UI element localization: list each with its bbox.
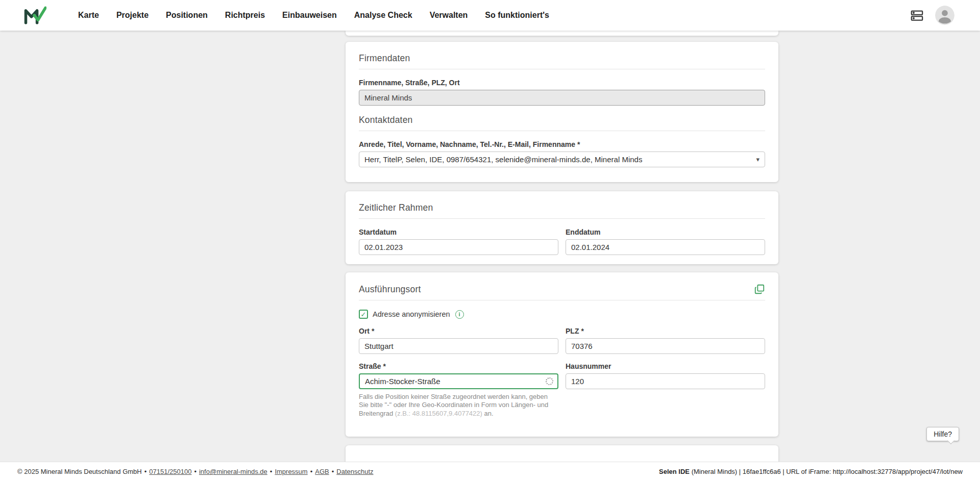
hausnummer-input[interactable] <box>566 373 765 389</box>
field-strasse: Straße* Falls die Position keiner Straße… <box>359 362 558 418</box>
ide-name: Selen IDE <box>659 468 690 475</box>
nav-item-so-funktionierts[interactable]: So funktioniert's <box>478 6 556 25</box>
nav-item-karte[interactable]: Karte <box>71 6 106 25</box>
plz-label-text: PLZ <box>566 327 579 335</box>
divider <box>359 300 765 300</box>
strasse-label: Straße* <box>359 362 558 370</box>
field-firmenname: Firmenname, Straße, PLZ, Ort <box>359 79 765 106</box>
strasse-hint: Falls die Position keiner Straße zugeord… <box>359 393 558 418</box>
required-mark: * <box>372 327 374 335</box>
card-zeitlicher-rahmen: Zeitlicher Rahmen Startdatum Enddatum <box>346 191 778 264</box>
enddatum-input[interactable] <box>566 239 765 255</box>
main-content: Firmendaten Firmenname, Straße, PLZ, Ort… <box>0 31 980 462</box>
form-column: Firmendaten Firmenname, Straße, PLZ, Ort… <box>346 31 778 462</box>
nav-item-positionen[interactable]: Positionen <box>159 6 215 25</box>
nav-item-einbauweisen[interactable]: Einbauweisen <box>275 6 344 25</box>
card-ausfuehrungsort: Ausführungsort ✓ Adresse anonymisieren i… <box>346 272 778 437</box>
mineral-minds-logo-icon <box>23 6 46 25</box>
main-nav: Karte Projekte Positionen Richtpreis Ein… <box>71 6 556 25</box>
ort-label: Ort* <box>359 327 558 335</box>
ort-input[interactable] <box>359 338 558 354</box>
footer-left: © 2025 Mineral Minds Deutschland GmbH • … <box>17 468 374 475</box>
field-startdatum: Startdatum <box>359 228 558 255</box>
impressum-link[interactable]: Impressum <box>275 468 307 475</box>
firmenname-label: Firmenname, Straße, PLZ, Ort <box>359 79 765 87</box>
card-firmendaten: Firmendaten Firmenname, Straße, PLZ, Ort… <box>346 42 778 182</box>
card-fragment-bottom <box>346 445 778 462</box>
card-fragment-top <box>346 31 778 36</box>
required-mark: * <box>581 327 583 335</box>
hint-coords-example: (z.B.: 48.8115607,9.4077422) <box>395 410 482 417</box>
copy-icon[interactable] <box>754 284 765 295</box>
kontakt-select-value: Herr, TitelP, Selen, IDE, 0987/654321, s… <box>364 155 752 164</box>
topbar-actions <box>910 6 954 25</box>
strasse-input[interactable] <box>359 373 558 389</box>
divider <box>359 69 765 69</box>
enddatum-label: Enddatum <box>566 228 765 236</box>
separator: • <box>194 468 197 475</box>
strasse-input-shell <box>359 373 558 389</box>
nav-item-verwalten[interactable]: Verwalten <box>423 6 475 25</box>
anonymize-label: Adresse anonymisieren <box>373 310 450 318</box>
hint-suffix: an. <box>482 410 494 417</box>
info-icon[interactable]: i <box>455 310 464 319</box>
hausnummer-label: Hausnummer <box>566 362 765 370</box>
user-icon <box>935 6 954 25</box>
strasse-label-text: Straße <box>359 362 381 370</box>
kontakt-label: Anrede, Titel, Vorname, Nachname, Tel.-N… <box>359 140 765 148</box>
nav-item-richtpreis[interactable]: Richtpreis <box>218 6 272 25</box>
help-button[interactable]: Hilfe? <box>926 427 959 441</box>
startdatum-input[interactable] <box>359 239 558 255</box>
required-mark: * <box>577 140 580 148</box>
separator: • <box>270 468 273 475</box>
card-title-ausfuehrungsort: Ausführungsort <box>359 284 421 295</box>
agb-link[interactable]: AGB <box>315 468 329 475</box>
anonymize-row: ✓ Adresse anonymisieren i <box>359 310 765 319</box>
firmenname-input <box>359 90 765 106</box>
ort-label-text: Ort <box>359 327 370 335</box>
divider <box>359 131 765 131</box>
card-title-zeitlicher-rahmen: Zeitlicher Rahmen <box>359 202 765 213</box>
datenschutz-link[interactable]: Datenschutz <box>336 468 373 475</box>
field-hausnummer: Hausnummer <box>566 362 765 418</box>
kontakt-select[interactable]: Herr, TitelP, Selen, IDE, 0987/654321, s… <box>359 151 765 167</box>
nav-item-projekte[interactable]: Projekte <box>109 6 156 25</box>
field-ort: Ort* <box>359 327 558 354</box>
top-nav: Karte Projekte Positionen Richtpreis Ein… <box>0 0 980 31</box>
anonymize-checkbox[interactable]: ✓ <box>359 310 368 319</box>
plz-input[interactable] <box>566 338 765 354</box>
field-kontakt: Anrede, Titel, Vorname, Nachname, Tel.-N… <box>359 140 765 167</box>
debug-info: Selen IDE (Mineral Minds) | 16fae1ffc6a6… <box>659 468 963 475</box>
divider <box>359 218 765 219</box>
server-icon[interactable] <box>910 9 924 22</box>
card-title-firmendaten: Firmendaten <box>359 53 765 64</box>
plz-label: PLZ* <box>566 327 765 335</box>
separator: • <box>310 468 313 475</box>
email-link[interactable]: info@mineral-minds.de <box>199 468 267 475</box>
separator: • <box>144 468 147 475</box>
avatar[interactable] <box>935 6 954 25</box>
copyright-text: © 2025 Mineral Minds Deutschland GmbH <box>17 468 142 475</box>
footer: © 2025 Mineral Minds Deutschland GmbH • … <box>0 462 980 481</box>
logo[interactable] <box>23 6 46 25</box>
separator: • <box>332 468 334 475</box>
card-subtitle-kontaktdaten: Kontaktdaten <box>359 115 765 125</box>
phone-link[interactable]: 07151/250100 <box>149 468 191 475</box>
field-plz: PLZ* <box>566 327 765 354</box>
startdatum-label: Startdatum <box>359 228 558 236</box>
field-enddatum: Enddatum <box>566 228 765 255</box>
required-mark: * <box>383 362 386 370</box>
kontakt-label-text: Anrede, Titel, Vorname, Nachname, Tel.-N… <box>359 140 575 148</box>
chevron-down-icon: ▾ <box>756 156 760 163</box>
ide-details: (Mineral Minds) | 16fae1ffc6a6 | URL of … <box>690 468 963 475</box>
nav-item-analyse-check[interactable]: Analyse Check <box>347 6 420 25</box>
loading-spinner-icon <box>546 377 553 385</box>
